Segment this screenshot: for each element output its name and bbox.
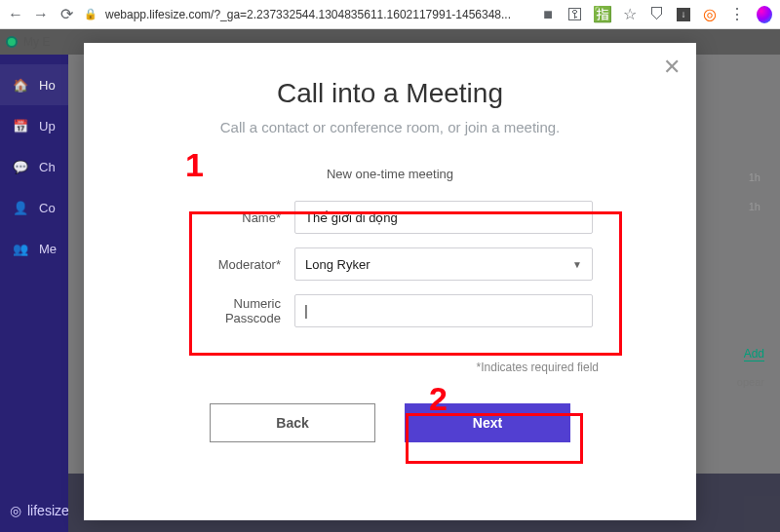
passcode-input[interactable]	[294, 294, 593, 327]
star-icon[interactable]: ☆	[622, 5, 638, 23]
brand-dot-icon	[6, 36, 18, 48]
download-icon[interactable]: ↓	[677, 8, 690, 21]
back-button[interactable]: Back	[210, 403, 375, 442]
extension-icon[interactable]: ◎	[702, 5, 718, 23]
required-note: *Indicates required field	[123, 361, 599, 374]
sidebar-item-upcoming[interactable]: 📅 Up	[0, 105, 68, 146]
sidebar-item-meetings[interactable]: 👥 Me	[0, 228, 68, 269]
reload-icon[interactable]: ⟳	[58, 5, 74, 23]
forward-icon[interactable]: →	[33, 6, 49, 23]
lock-icon: 🔒	[84, 8, 98, 20]
video-icon[interactable]: ■	[540, 6, 556, 23]
menu-icon[interactable]: ⋮	[729, 5, 745, 23]
meeting-form: Name* Moderator* Long Ryker ▼ Numeric Pa…	[176, 191, 604, 355]
back-button-label: Back	[276, 415, 308, 431]
sidebar-item-contacts[interactable]: 👤 Co	[0, 187, 68, 228]
url-text: webapp.lifesize.com/?_ga=2.237332544.130…	[105, 8, 511, 21]
sidebar: 🏠 Ho 📅 Up 💬 Ch 👤 Co 👥 Me ◎ lifesize	[0, 55, 68, 532]
brand-logo: ◎ lifesize	[10, 503, 69, 518]
sidebar-item-chat[interactable]: 💬 Ch	[0, 146, 68, 187]
annotation-number-2: 2	[429, 380, 448, 418]
back-icon[interactable]: ←	[8, 6, 23, 23]
sidebar-item-home[interactable]: 🏠 Ho	[0, 64, 68, 105]
topbar-text: My E	[23, 35, 50, 49]
modal-title: Call into a Meeting	[123, 78, 657, 109]
passcode-label: Numeric Passcode	[187, 296, 294, 325]
moderator-value: Long Ryker	[305, 257, 370, 272]
brand-logo-text: lifesize	[27, 503, 69, 518]
sidebar-item-label: Ho	[39, 78, 56, 93]
bg-text: opear	[737, 376, 764, 388]
sidebar-item-label: Up	[39, 119, 56, 133]
annotation-number-1: 1	[185, 146, 204, 184]
chevron-down-icon: ▼	[572, 259, 582, 270]
sidebar-item-label: Ch	[39, 160, 56, 174]
close-icon[interactable]: ✕	[663, 55, 681, 80]
next-button-label: Next	[473, 415, 502, 431]
avatar[interactable]	[757, 6, 772, 23]
browser-chrome: ← → ⟳ 🔒 webapp.lifesize.com/?_ga=2.23733…	[0, 0, 780, 29]
sidebar-item-label: Co	[39, 201, 56, 215]
key-icon[interactable]: ⚿	[567, 6, 583, 23]
bg-row-time: 1h	[749, 201, 760, 212]
people-icon: 👥	[12, 242, 29, 256]
call-into-meeting-modal: ✕ Call into a Meeting Call a contact or …	[84, 43, 696, 520]
bg-row-time: 1h	[749, 171, 760, 183]
sidebar-item-label: Me	[39, 242, 57, 256]
url-bar[interactable]: 🔒 webapp.lifesize.com/?_ga=2.237332544.1…	[84, 8, 530, 21]
chat-icon: 💬	[12, 160, 29, 174]
name-input[interactable]	[294, 201, 593, 234]
moderator-label: Moderator*	[187, 257, 294, 272]
shield-icon[interactable]: ⛉	[649, 6, 665, 23]
home-icon: 🏠	[12, 78, 29, 93]
translate-icon[interactable]: 🈯	[595, 5, 610, 23]
lifesize-icon: ◎	[10, 503, 21, 518]
add-link[interactable]: Add	[744, 347, 764, 361]
name-label: Name*	[187, 210, 294, 225]
person-icon: 👤	[12, 201, 29, 215]
calendar-icon: 📅	[12, 119, 29, 133]
moderator-select[interactable]: Long Ryker ▼	[294, 247, 593, 281]
modal-subtitle: Call a contact or conference room, or jo…	[123, 119, 657, 135]
